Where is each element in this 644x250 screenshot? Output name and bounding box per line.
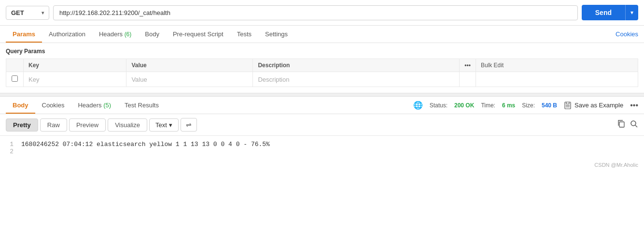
- tab-tests[interactable]: Tests: [230, 26, 258, 43]
- response-headers-badge: (5): [103, 102, 111, 109]
- key-col-header: Key: [24, 59, 126, 72]
- size-label: Size:: [522, 102, 535, 109]
- response-tab-test-results[interactable]: Test Results: [118, 97, 166, 114]
- response-body: 1 1680246252 07:04:12 elasticsearch yell…: [0, 136, 644, 160]
- tab-body[interactable]: Body: [138, 26, 166, 43]
- more-options-cell: [460, 72, 476, 87]
- response-meta: 🌐 Status: 200 OK Time: 6 ms Size: 540 B …: [413, 101, 638, 110]
- response-tab-cookies[interactable]: Cookies: [35, 97, 71, 114]
- send-dropdown-button[interactable]: ▾: [625, 5, 638, 20]
- svg-point-4: [631, 121, 636, 126]
- line-content-1: 1680246252 07:04:12 elasticsearch yellow…: [21, 141, 270, 148]
- search-button[interactable]: [630, 119, 638, 130]
- line-number-2: 2: [6, 148, 14, 155]
- line-number-1: 1: [6, 141, 14, 148]
- description-col-header: Description: [253, 59, 460, 72]
- globe-icon[interactable]: 🌐: [413, 101, 423, 110]
- size-value: 540 B: [542, 102, 557, 109]
- save-example-icon: [564, 102, 572, 109]
- response-more-options-button[interactable]: •••: [630, 101, 638, 110]
- extra-cell: [476, 72, 638, 87]
- url-input[interactable]: [53, 5, 578, 20]
- request-tabs: Params Authorization Headers (6) Body Pr…: [0, 26, 644, 43]
- response-tab-body[interactable]: Body: [6, 97, 35, 114]
- filter-icon-button[interactable]: ⇌: [181, 118, 197, 132]
- format-pretty-button[interactable]: Pretty: [6, 118, 38, 132]
- format-visualize-button[interactable]: Visualize: [108, 118, 147, 132]
- tab-settings[interactable]: Settings: [258, 26, 294, 43]
- tab-headers[interactable]: Headers (6): [92, 26, 138, 43]
- checkbox-col-header: [6, 59, 24, 72]
- query-params-section: Query Params Key Value Description ••• B…: [0, 43, 644, 87]
- tab-pre-request-script[interactable]: Pre-request Script: [166, 26, 230, 43]
- headers-badge: (6): [125, 31, 132, 38]
- description-cell[interactable]: Description: [253, 72, 460, 87]
- svg-rect-3: [619, 122, 624, 127]
- watermark-text: CSDN @Mr.Aholic: [594, 162, 638, 168]
- response-tabs: Body Cookies Headers (5) Test Results 🌐 …: [0, 97, 644, 114]
- response-body-area: 1 1680246252 07:04:12 elasticsearch yell…: [0, 136, 644, 160]
- time-value: 6 ms: [502, 102, 515, 109]
- send-button-group: Send ▾: [582, 5, 638, 20]
- cookies-link[interactable]: Cookies: [616, 30, 638, 38]
- status-label: Status:: [430, 102, 448, 109]
- response-section: Body Cookies Headers (5) Test Results 🌐 …: [0, 97, 644, 160]
- search-icon: [630, 119, 638, 128]
- key-placeholder: Key: [28, 76, 39, 83]
- text-dropdown-chevron-icon: ▾: [169, 121, 172, 129]
- value-col-header: Value: [126, 59, 253, 72]
- description-placeholder: Description: [258, 76, 289, 83]
- save-example-label: Save as Example: [574, 102, 623, 109]
- bulk-edit-button[interactable]: Bulk Edit: [481, 62, 504, 69]
- tab-params[interactable]: Params: [6, 26, 42, 43]
- url-bar: GET ▾ Send ▾: [0, 0, 644, 26]
- filter-icon: ⇌: [186, 121, 192, 129]
- time-label: Time:: [481, 102, 495, 109]
- copy-icon: [617, 119, 626, 128]
- table-row: Key Value Description: [6, 72, 638, 87]
- value-placeholder: Value: [131, 76, 147, 83]
- response-format-bar: Pretty Raw Preview Visualize Text ▾ ⇌: [0, 114, 644, 136]
- svg-line-5: [635, 125, 637, 127]
- section-divider: [0, 93, 644, 97]
- response-tab-headers[interactable]: Headers (5): [71, 97, 118, 114]
- text-format-dropdown[interactable]: Text ▾: [149, 118, 179, 132]
- params-table: Key Value Description ••• Bulk Edit Key …: [6, 59, 638, 87]
- method-chevron-icon: ▾: [42, 10, 44, 15]
- copy-button[interactable]: [617, 119, 626, 130]
- status-value: 200 OK: [454, 102, 474, 109]
- row-checkbox[interactable]: [6, 72, 24, 87]
- code-line-1: 1 1680246252 07:04:12 elasticsearch yell…: [6, 141, 638, 148]
- watermark: CSDN @Mr.Aholic: [0, 160, 644, 170]
- format-preview-button[interactable]: Preview: [69, 118, 106, 132]
- text-format-label: Text: [155, 121, 167, 129]
- row-checkbox-input[interactable]: [12, 75, 18, 82]
- method-label: GET: [11, 9, 24, 16]
- key-cell[interactable]: Key: [24, 72, 126, 87]
- format-raw-button[interactable]: Raw: [40, 118, 67, 132]
- method-select[interactable]: GET ▾: [6, 6, 49, 20]
- save-example-button[interactable]: Save as Example: [564, 102, 623, 109]
- bulk-edit-col-header: Bulk Edit: [476, 59, 638, 72]
- value-cell[interactable]: Value: [126, 72, 253, 87]
- code-line-2: 2: [6, 148, 638, 155]
- more-col-header: •••: [460, 59, 476, 72]
- send-button[interactable]: Send: [582, 5, 625, 20]
- tab-authorization[interactable]: Authorization: [42, 26, 92, 43]
- query-params-title: Query Params: [6, 48, 638, 55]
